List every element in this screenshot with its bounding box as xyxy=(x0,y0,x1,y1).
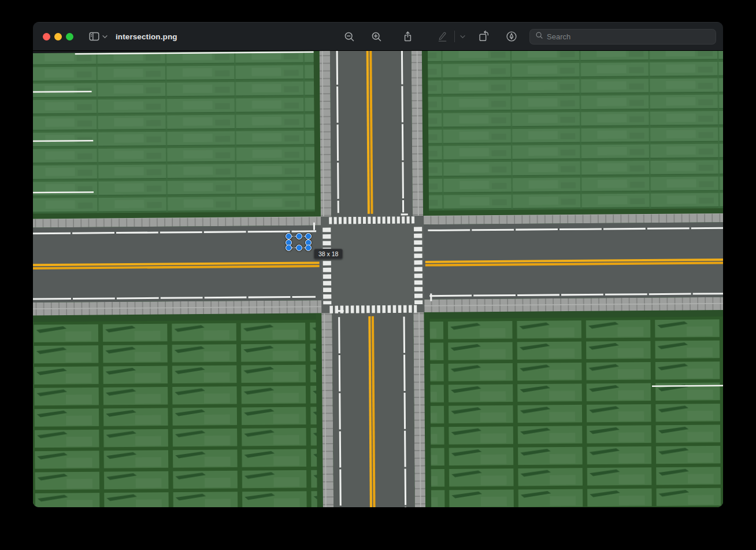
annotate-pen-icon xyxy=(505,30,518,43)
selection-size-tooltip: 38 x 18 xyxy=(314,249,343,259)
sidebar-icon xyxy=(88,30,101,43)
selection-handle-top-left[interactable] xyxy=(286,233,292,239)
window-title: intersection.png xyxy=(116,22,177,51)
selection-handle-bottom-left[interactable] xyxy=(286,245,292,251)
toolbar-divider xyxy=(454,31,455,42)
annotate-button[interactable] xyxy=(503,28,520,45)
close-button[interactable] xyxy=(43,33,50,40)
sidebar-chevron-button[interactable] xyxy=(99,28,110,45)
selection-handle-bottom-right[interactable] xyxy=(305,245,312,251)
zoom-out-button[interactable] xyxy=(340,28,358,45)
zoom-in-button[interactable] xyxy=(368,28,385,45)
titlebar: intersection.png xyxy=(33,22,723,51)
selection-handle-bottom-middle[interactable] xyxy=(296,245,302,251)
search-icon xyxy=(535,31,543,42)
chevron-down-icon xyxy=(102,35,108,39)
search-input[interactable] xyxy=(547,32,710,41)
zoom-out-icon xyxy=(343,31,355,43)
rotate-left-button[interactable] xyxy=(475,28,492,45)
zoom-window-button[interactable] xyxy=(66,33,73,40)
preview-window: intersection.png xyxy=(33,22,723,507)
share-icon xyxy=(402,30,414,43)
rotate-left-icon xyxy=(477,30,490,43)
zoom-in-icon xyxy=(370,31,383,43)
image-canvas[interactable]: 38 x 18 xyxy=(33,51,723,507)
minimize-button[interactable] xyxy=(54,33,62,40)
chevron-down-icon xyxy=(460,35,465,39)
share-button[interactable] xyxy=(399,28,416,45)
selection-rectangle[interactable] xyxy=(288,236,309,248)
markup-chevron-button xyxy=(457,28,468,45)
desktop: { "window": { "title": "intersection.png… xyxy=(0,0,756,550)
markup-pencil-button xyxy=(433,28,451,45)
intersection-image xyxy=(33,51,723,507)
search-field[interactable] xyxy=(529,29,716,45)
selection-handle-top-right[interactable] xyxy=(305,233,312,239)
selection-handle-top-middle[interactable] xyxy=(296,233,302,239)
markup-pencil-icon xyxy=(436,30,449,43)
